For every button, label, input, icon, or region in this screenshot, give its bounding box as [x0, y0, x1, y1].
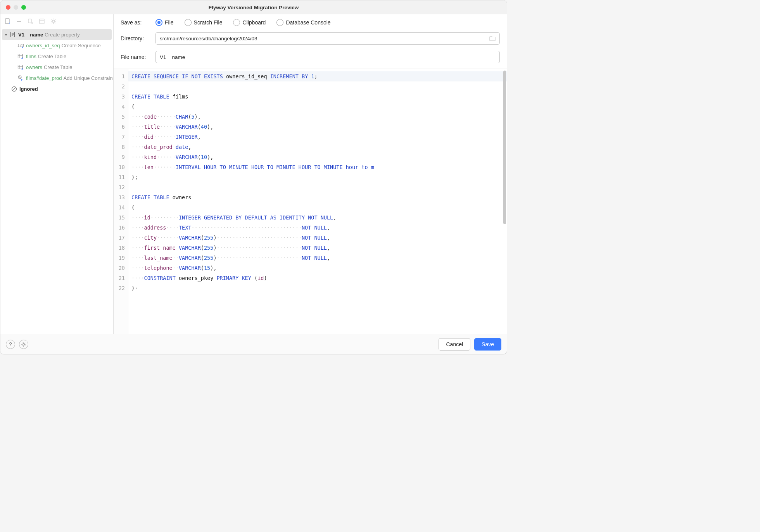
tree-child-desc: Add Unique Constraint	[64, 75, 114, 81]
tree-ignored-label: Ignored	[19, 86, 38, 92]
tree-child[interactable]: 123owners_id_seqCreate Sequence	[0, 40, 113, 51]
save-button[interactable]: Save	[474, 338, 501, 351]
directory-label: Directory:	[121, 35, 155, 41]
tree-ignored[interactable]: Ignored	[0, 83, 113, 94]
save-as-label: Save as:	[121, 19, 155, 26]
editor-gutter: 12345678910111213141516171819202122	[114, 69, 128, 334]
layout-icon[interactable]	[38, 18, 45, 25]
tree-child[interactable]: ownersCreate Table	[0, 62, 113, 73]
save-as-radio-scratch-file[interactable]: Scratch File	[185, 19, 223, 26]
sidebar-toolbar	[0, 14, 113, 28]
minimize-window-button[interactable]	[14, 5, 18, 10]
sql-editor[interactable]: 12345678910111213141516171819202122 CREA…	[114, 69, 507, 334]
changelog-tree[interactable]: ▾ V1__name Create property 123owners_id_…	[0, 28, 113, 334]
chevron-down-icon[interactable]: ▾	[3, 33, 8, 37]
maximize-window-button[interactable]	[21, 5, 26, 10]
radio-circle-icon	[185, 19, 192, 26]
radio-label: Scratch File	[194, 19, 223, 26]
tree-child-name: owners	[26, 64, 42, 70]
tree-child[interactable]: filmsCreate Table	[0, 51, 113, 62]
svg-rect-3	[40, 19, 44, 24]
radio-label: Clipboard	[242, 19, 266, 26]
titlebar: Flyway Versioned Migration Preview	[0, 0, 507, 14]
radio-circle-icon	[155, 19, 162, 26]
save-as-radio-group: FileScratch FileClipboardDatabase Consol…	[155, 19, 331, 26]
radio-circle-icon	[233, 19, 240, 26]
add-file-icon[interactable]	[4, 18, 11, 25]
radio-circle-icon	[276, 19, 283, 26]
file-icon	[10, 31, 16, 38]
help-icon[interactable]: ?	[6, 340, 15, 349]
tree-child-desc: Create Table	[44, 64, 72, 70]
tree-child-name: films	[26, 54, 36, 59]
save-as-radio-clipboard[interactable]: Clipboard	[233, 19, 266, 26]
directory-value: src/main/resources/db/changelog/2024/03	[160, 36, 257, 41]
editor-code[interactable]: CREATE SEQUENCE IF NOT EXISTS owners_id_…	[128, 69, 507, 334]
table-icon	[17, 53, 24, 59]
editor-scrollbar[interactable]	[503, 71, 506, 224]
svg-rect-0	[5, 19, 9, 24]
cancel-button[interactable]: Cancel	[439, 338, 470, 351]
remove-icon[interactable]	[16, 18, 22, 24]
save-as-radio-file[interactable]: File	[155, 19, 174, 26]
tree-root-desc: Create property	[45, 32, 79, 38]
constraint-icon	[17, 75, 24, 81]
file-name-input[interactable]: V1__name	[155, 51, 500, 63]
save-as-radio-database-console[interactable]: Database Console	[276, 19, 330, 26]
svg-point-4	[52, 20, 55, 22]
radio-label: Database Console	[286, 19, 330, 26]
pin-icon[interactable]	[27, 18, 34, 25]
radio-label: File	[165, 19, 174, 26]
tree-root-name: V1__name	[18, 32, 43, 38]
tree-root[interactable]: ▾ V1__name Create property	[2, 29, 112, 40]
table-icon	[17, 64, 24, 70]
footer: ? Cancel Save	[0, 334, 507, 354]
ignored-icon	[11, 86, 17, 92]
tree-child-desc: Create Sequence	[61, 43, 100, 48]
file-name-value: V1__name	[160, 54, 185, 60]
tree-child[interactable]: films#date_prodAdd Unique Constraint	[0, 73, 113, 83]
svg-point-11	[23, 343, 25, 345]
seq-icon: 123	[17, 42, 24, 48]
window-title: Flyway Versioned Migration Preview	[0, 5, 507, 10]
tree-child-name: owners_id_seq	[26, 43, 60, 48]
tree-child-name: films#date_prod	[26, 75, 62, 81]
file-name-label: File name:	[121, 54, 155, 60]
folder-icon[interactable]	[489, 36, 496, 41]
directory-input[interactable]: src/main/resources/db/changelog/2024/03	[155, 32, 500, 45]
sidebar: ▾ V1__name Create property 123owners_id_…	[0, 14, 114, 334]
close-window-button[interactable]	[6, 5, 10, 10]
settings-icon[interactable]	[19, 340, 28, 349]
tree-child-desc: Create Table	[38, 54, 66, 59]
gear-icon[interactable]	[50, 18, 57, 25]
